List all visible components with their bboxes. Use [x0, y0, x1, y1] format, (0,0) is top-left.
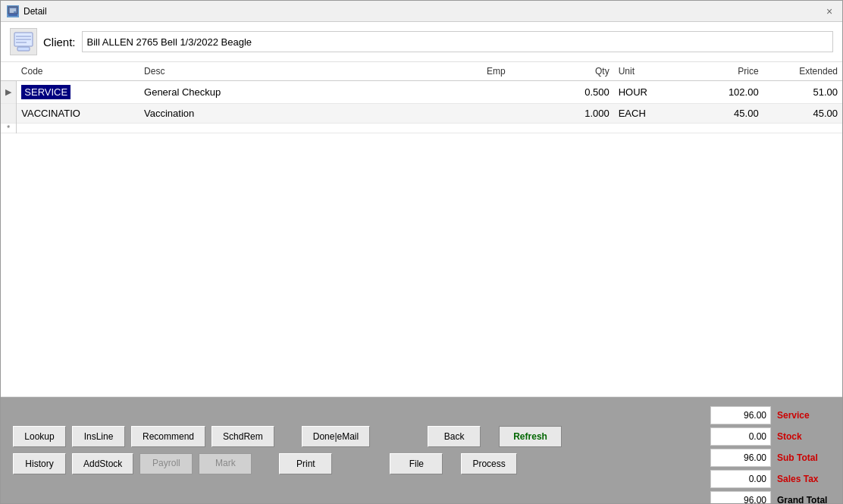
row-extended-new[interactable]: [763, 124, 842, 133]
done-email-button[interactable]: Done|eMail: [302, 426, 370, 447]
row-emp-new[interactable]: [482, 124, 544, 133]
salestax-label: Sales Tax: [777, 474, 830, 484]
close-button[interactable]: ×: [823, 5, 836, 18]
totals-section: Service Stock Sub Total Sales Tax Grand …: [710, 406, 830, 503]
subtotal-value[interactable]: [710, 449, 771, 467]
col-header-indicator: [1, 62, 17, 81]
refresh-button[interactable]: Refresh: [499, 426, 562, 447]
row-desc-2[interactable]: Vaccination: [139, 104, 482, 124]
window-title: Detail: [24, 6, 47, 17]
row-code-new[interactable]: [17, 124, 139, 133]
code-highlight: SERVICE: [21, 85, 71, 99]
salestax-value[interactable]: [710, 470, 771, 488]
title-bar: Detail ×: [1, 1, 842, 22]
insline-button[interactable]: InsLine: [72, 426, 125, 447]
row-desc-new[interactable]: [139, 124, 482, 133]
service-value[interactable]: [710, 406, 771, 424]
row-code-1[interactable]: SERVICE: [17, 81, 139, 104]
payroll-button: Payroll: [139, 453, 193, 474]
row-indicator-new: *: [1, 124, 17, 133]
row-emp-1[interactable]: [482, 81, 544, 104]
title-bar-left: Detail: [7, 5, 47, 17]
row-indicator-2: [1, 104, 17, 124]
subtotal-row: Sub Total: [710, 449, 830, 467]
file-button[interactable]: File: [390, 453, 443, 474]
svg-rect-9: [17, 47, 30, 51]
service-label: Service: [777, 410, 830, 421]
addstock-button[interactable]: AddStock: [72, 453, 133, 474]
col-header-qty: Qty: [544, 62, 614, 81]
lookup-button[interactable]: Lookup: [13, 426, 66, 447]
col-header-price: Price: [684, 62, 763, 81]
stock-label: Stock: [777, 431, 830, 442]
row-qty-new[interactable]: [544, 124, 614, 133]
back-button[interactable]: Back: [428, 426, 481, 447]
stock-total-row: Stock: [710, 427, 830, 446]
main-window: Detail × Client:: [0, 0, 843, 504]
grandtotal-row: Grand Total: [710, 491, 830, 503]
print-button[interactable]: Print: [279, 453, 332, 474]
grandtotal-label: Grand Total: [777, 495, 830, 503]
detail-table: Code Desc Emp Qty Unit Price Extended ▶ …: [1, 62, 842, 133]
client-label: Client:: [43, 36, 76, 49]
mark-button: Mark: [199, 453, 252, 474]
row-qty-2[interactable]: 1.000: [544, 104, 614, 124]
table-row-new[interactable]: *: [1, 124, 842, 133]
table-row[interactable]: ▶ SERVICE General Checkup 0.500 HOUR 102…: [1, 81, 842, 104]
salestax-row: Sales Tax: [710, 470, 830, 488]
schdrem-button[interactable]: SchdRem: [212, 426, 274, 447]
row-price-new[interactable]: [684, 124, 763, 133]
row-code-2[interactable]: VACCINATIO: [17, 104, 139, 124]
row-qty-1[interactable]: 0.500: [544, 81, 614, 104]
row-price-1[interactable]: 102.00: [684, 81, 763, 104]
service-total-row: Service: [710, 406, 830, 424]
table-row[interactable]: VACCINATIO Vaccination 1.000 EACH 45.00 …: [1, 104, 842, 124]
recommend-button[interactable]: Recommend: [131, 426, 205, 447]
col-header-unit: Unit: [614, 62, 685, 81]
client-row: Client:: [1, 22, 842, 62]
row-indicator-1: ▶: [1, 81, 17, 104]
col-header-code: Code: [17, 62, 139, 81]
col-header-emp: Emp: [482, 62, 544, 81]
content-area: Client: Code Desc Emp Qty Unit Price Ext…: [1, 22, 842, 503]
footer-buttons-left: Lookup InsLine Recommend SchdRem Done|eM…: [13, 426, 562, 474]
subtotal-label: Sub Total: [777, 452, 830, 463]
col-header-desc: Desc: [139, 62, 482, 81]
footer-row-1: Lookup InsLine Recommend SchdRem Done|eM…: [13, 426, 562, 447]
row-emp-2[interactable]: [482, 104, 544, 124]
row-unit-2[interactable]: EACH: [614, 104, 685, 124]
window-icon: [7, 5, 19, 17]
history-button[interactable]: History: [13, 453, 66, 474]
stock-value[interactable]: [710, 427, 771, 446]
row-extended-1[interactable]: 51.00: [763, 81, 842, 104]
row-extended-2[interactable]: 45.00: [763, 104, 842, 124]
row-price-2[interactable]: 45.00: [684, 104, 763, 124]
row-unit-1[interactable]: HOUR: [614, 81, 685, 104]
row-desc-1[interactable]: General Checkup: [139, 81, 482, 104]
client-input[interactable]: [82, 31, 833, 52]
footer-row-2: History AddStock Payroll Mark Print File…: [13, 453, 562, 474]
row-unit-new[interactable]: [614, 124, 685, 133]
process-button[interactable]: Process: [461, 453, 516, 474]
svg-rect-1: [8, 14, 17, 16]
col-header-extended: Extended: [763, 62, 842, 81]
table-section: Code Desc Emp Qty Unit Price Extended ▶ …: [1, 62, 842, 397]
grandtotal-value[interactable]: [710, 491, 771, 503]
client-icon: [10, 28, 37, 55]
footer-bar: Lookup InsLine Recommend SchdRem Done|eM…: [1, 397, 842, 503]
